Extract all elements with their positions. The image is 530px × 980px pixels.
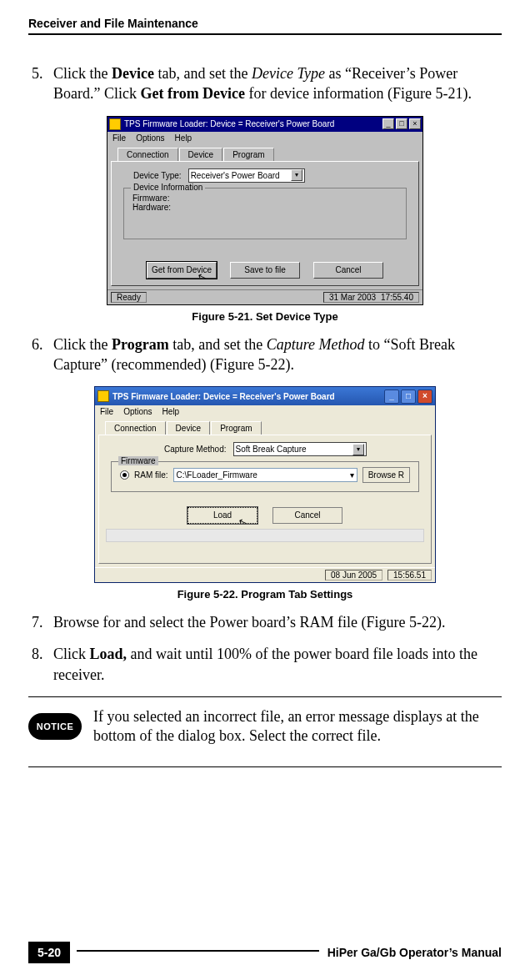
menu-bar: File Options Help	[108, 132, 422, 144]
status-bar: 08 Jun 2005 15:56.51	[95, 567, 435, 582]
tab-connection[interactable]: Connection	[105, 421, 166, 435]
menu-help[interactable]: Help	[175, 133, 192, 143]
figure-5-22: TPS Firmware Loader: Device = Receiver's…	[28, 386, 502, 601]
bold-text: Get from Device	[140, 85, 245, 102]
manual-title: HiPer Ga/Gb Operator’s Manual	[319, 946, 502, 959]
page-number: 5-20	[28, 942, 70, 963]
divider	[28, 766, 502, 767]
step-number: 5.	[28, 63, 50, 83]
status-time: 15:56.51	[388, 570, 432, 580]
dialog-firmware-loader-xp: TPS Firmware Loader: Device = Receiver's…	[94, 386, 436, 583]
menu-help[interactable]: Help	[162, 407, 180, 416]
text: Browse for and select the Power board’s …	[53, 614, 445, 631]
window-title: TPS Firmware Loader: Device = Receiver's…	[124, 119, 334, 128]
status-bar: Ready 31 Mar 2003 17:55.40	[108, 289, 422, 304]
text: tab, and set the	[154, 65, 252, 82]
chevron-down-icon[interactable]: ▾	[291, 169, 302, 181]
group-legend: Device Information	[131, 183, 205, 192]
ram-file-radio[interactable]	[120, 470, 129, 480]
tab-device[interactable]: Device	[179, 148, 223, 161]
step-number: 8.	[28, 644, 50, 664]
figure-5-21: TPS Firmware Loader: Device = Receiver's…	[28, 116, 502, 323]
bold-text: Program	[112, 336, 169, 353]
step-7: 7. Browse for and select the Power board…	[28, 612, 502, 632]
dialog-firmware-loader: TPS Firmware Loader: Device = Receiver's…	[107, 116, 423, 305]
step-6: 6. Click the Program tab, and set the Ca…	[28, 334, 502, 375]
step-text: Click the Program tab, and set the Captu…	[28, 334, 502, 375]
capture-method-dropdown[interactable]: Soft Break Capture ▾	[233, 442, 367, 456]
minimize-icon[interactable]: _	[384, 389, 399, 404]
step-5: 5. Click the Device tab, and set the Dev…	[28, 63, 502, 104]
figure-caption: Figure 5-21. Set Device Type	[28, 310, 502, 323]
ram-file-label: RAM file:	[134, 470, 168, 480]
text: Click the	[53, 336, 112, 353]
text: Click	[53, 646, 90, 662]
tab-panel: Device Type: Receiver's Power Board ▾ De…	[111, 161, 419, 286]
notice-text: If you selected an incorrect file, an er…	[93, 707, 502, 746]
italic-text: Capture Method	[267, 336, 365, 353]
status-date: 08 Jun 2005	[325, 570, 382, 580]
text: tab, and set the	[169, 336, 267, 353]
button-label: Load	[213, 510, 232, 520]
italic-text: Device Type	[252, 65, 325, 82]
bold-text: Device	[112, 65, 154, 82]
menu-file[interactable]: File	[100, 407, 113, 416]
device-type-value: Receiver's Power Board	[191, 171, 280, 180]
minimize-icon[interactable]: _	[382, 118, 394, 129]
text: Click the	[53, 65, 112, 82]
notice-badge: NOTICE	[28, 713, 82, 740]
step-number: 6.	[28, 334, 50, 354]
firmware-group: Firmware RAM file: C:\FLoader_Firmware ▾…	[111, 461, 419, 492]
close-icon[interactable]: ×	[418, 389, 432, 404]
cancel-button[interactable]: Cancel	[272, 507, 342, 524]
menu-options[interactable]: Options	[123, 407, 152, 416]
titlebar[interactable]: TPS Firmware Loader: Device = Receiver's…	[108, 117, 422, 132]
tab-program[interactable]: Program	[223, 148, 273, 161]
device-type-label: Device Type:	[133, 171, 182, 180]
capture-method-label: Capture Method:	[164, 445, 227, 454]
step-text: Click Load, and wait until 100% of the p…	[28, 644, 502, 685]
status-date: 31 Mar 2003	[329, 293, 376, 302]
step-text: Browse for and select the Power board’s …	[28, 612, 502, 632]
device-info-group: Device Information Firmware: Hardware:	[123, 188, 407, 239]
window-title: TPS Firmware Loader: Device = Receiver's…	[112, 392, 335, 401]
group-legend: Firmware	[118, 456, 158, 465]
tab-program[interactable]: Program	[211, 421, 261, 435]
device-type-dropdown[interactable]: Receiver's Power Board ▾	[188, 168, 305, 183]
get-from-device-button[interactable]: Get from Device ↖	[147, 262, 217, 279]
tab-device[interactable]: Device	[167, 421, 211, 435]
ram-file-input[interactable]: C:\FLoader_Firmware ▾	[173, 468, 358, 482]
menu-bar: File Options Help	[95, 405, 435, 418]
chevron-down-icon[interactable]: ▾	[350, 470, 354, 480]
tab-panel: Capture Method: Soft Break Capture ▾ Fir…	[98, 435, 432, 564]
status-time: 17:55.40	[381, 293, 413, 302]
save-to-file-button[interactable]: Save to file	[230, 262, 300, 279]
app-icon	[98, 390, 109, 402]
capture-method-value: Soft Break Capture	[236, 445, 307, 454]
notice-block: NOTICE If you selected an incorrect file…	[28, 697, 502, 756]
titlebar[interactable]: TPS Firmware Loader: Device = Receiver's…	[95, 387, 435, 405]
hardware-label: Hardware:	[132, 203, 398, 212]
maximize-icon[interactable]: □	[396, 118, 408, 129]
text: for device information (Figure 5-21).	[245, 85, 472, 102]
chevron-down-icon[interactable]: ▾	[352, 444, 364, 455]
menu-options[interactable]: Options	[136, 133, 164, 143]
app-icon	[109, 118, 121, 130]
step-text: Click the Device tab, and set the Device…	[28, 63, 502, 104]
menu-file[interactable]: File	[112, 133, 126, 143]
progress-scrollbar[interactable]	[106, 529, 424, 542]
close-icon[interactable]: ×	[409, 118, 421, 129]
tab-connection[interactable]: Connection	[118, 148, 178, 161]
footer-rule	[77, 950, 319, 952]
browse-button[interactable]: Browse R	[362, 467, 410, 483]
page-header: Receiver and File Maintenance	[28, 17, 502, 35]
step-number: 7.	[28, 612, 50, 632]
bold-text: Load,	[90, 646, 128, 662]
page-footer: 5-20 HiPer Ga/Gb Operator’s Manual	[28, 942, 502, 963]
status-datetime: 31 Mar 2003 17:55.40	[323, 292, 419, 303]
maximize-icon[interactable]: □	[401, 389, 416, 404]
figure-caption: Figure 5-22. Program Tab Settings	[28, 588, 502, 601]
load-button[interactable]: Load ↖	[188, 507, 258, 524]
cancel-button[interactable]: Cancel	[313, 262, 383, 279]
status-ready: Ready	[111, 292, 147, 303]
